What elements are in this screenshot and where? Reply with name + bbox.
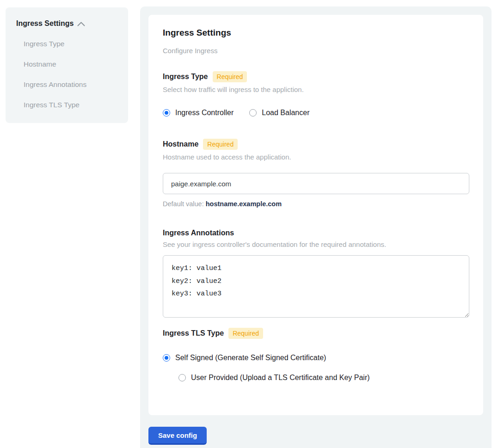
default-value-note: Default value: hostname.example.com [163, 200, 469, 208]
radio-load-balancer[interactable]: Load Balancer [249, 109, 309, 117]
radio-self-signed-circle[interactable] [163, 354, 170, 362]
radio-self-signed-label: Self Signed (Generate Self Signed Certif… [175, 354, 326, 362]
radio-ingress-controller-label: Ingress Controller [175, 109, 234, 117]
sidebar-item-ingress-tls-type[interactable]: Ingress TLS Type [24, 101, 119, 109]
field-label-annotations: Ingress Annotations [163, 229, 234, 237]
sidebar-section-toggle[interactable]: Ingress Settings [16, 19, 119, 28]
hostname-input[interactable] [163, 173, 469, 194]
field-help-hostname: Hostname used to access the application. [163, 153, 469, 161]
sidebar-item-hostname[interactable]: Hostname [24, 60, 119, 68]
radio-load-balancer-label: Load Balancer [262, 109, 309, 117]
sidebar-item-ingress-annotations[interactable]: Ingress Annotations [24, 80, 119, 89]
radio-self-signed[interactable]: Self Signed (Generate Self Signed Certif… [163, 354, 469, 362]
chevron-up-icon [77, 22, 85, 26]
radio-user-provided-label: User Provided (Upload a TLS Certificate … [191, 374, 370, 382]
radio-user-provided-circle[interactable] [178, 374, 186, 381]
page-subtitle: Configure Ingress [163, 47, 469, 55]
radio-ingress-controller-circle[interactable] [163, 109, 170, 117]
sidebar-nav: Ingress Type Hostname Ingress Annotation… [16, 40, 119, 109]
field-label-ingress-type: Ingress Type [163, 73, 208, 81]
field-label-tls-type: Ingress TLS Type [163, 329, 224, 338]
main-panel: Ingress Settings Configure Ingress Ingre… [140, 6, 492, 448]
page-title: Ingress Settings [163, 28, 469, 38]
radio-load-balancer-circle[interactable] [249, 109, 257, 117]
required-badge: Required [203, 139, 238, 150]
field-group-hostname: Hostname Required Hostname used to acces… [163, 139, 469, 208]
sidebar-card: Ingress Settings Ingress Type Hostname I… [6, 7, 128, 123]
annotations-textarea[interactable]: key1: value1 key2: value2 key3: value3 [163, 255, 469, 318]
radio-user-provided[interactable]: User Provided (Upload a TLS Certificate … [178, 374, 469, 382]
page-layout: Ingress Settings Ingress Type Hostname I… [0, 0, 504, 448]
required-badge: Required [228, 328, 263, 339]
field-group-ingress-type: Ingress Type Required Select how traffic… [163, 71, 469, 117]
save-config-button[interactable]: Save config [148, 427, 207, 445]
required-badge: Required [213, 71, 247, 82]
field-group-annotations: Ingress Annotations See your ingress con… [163, 229, 469, 318]
sidebar-section-title: Ingress Settings [16, 19, 74, 28]
field-label-hostname: Hostname [163, 140, 198, 148]
default-value-prefix: Default value: [163, 200, 206, 208]
ingress-type-radio-group: Ingress Controller Load Balancer [163, 109, 469, 117]
default-value-text: hostname.example.com [206, 200, 282, 208]
settings-card: Ingress Settings Configure Ingress Ingre… [148, 15, 483, 415]
sidebar-item-ingress-type[interactable]: Ingress Type [24, 40, 119, 48]
tls-type-radio-group: Self Signed (Generate Self Signed Certif… [163, 354, 469, 382]
radio-ingress-controller[interactable]: Ingress Controller [163, 109, 234, 117]
field-help-annotations: See your ingress controller's documentat… [163, 240, 469, 248]
field-group-tls-type: Ingress TLS Type Required Self Signed (G… [163, 328, 469, 382]
field-help-ingress-type: Select how traffic will ingress to the a… [163, 86, 469, 93]
